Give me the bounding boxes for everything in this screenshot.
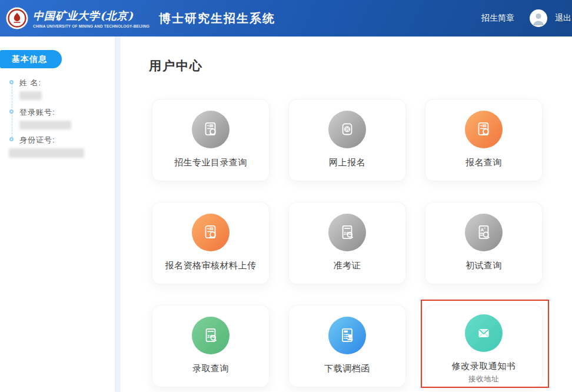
bullet-icon [9,80,14,84]
system-title: 博士研究生招生系统 [159,11,275,26]
initial-exam-search-icon: A + [465,214,503,251]
header-nav: 招生简章 退出 [481,9,572,27]
basic-info-badge: 基本信息 [0,50,62,68]
mail-icon [465,314,503,352]
info-list: 姓 名: 登录账号: 身份证号: [0,78,115,158]
bullet-icon [9,137,14,141]
card-label: 报名资格审核材料上传 [165,260,257,271]
info-item-name: 姓 名: [0,78,115,100]
id-label: 身份证号: [19,135,115,144]
card-admission-ticket[interactable]: 100 准考证 [288,202,406,284]
page-title: 用户中心 [149,58,572,74]
card-catalog-search[interactable]: 招生专业目录查询 [152,99,270,181]
card-modify-notice-address[interactable]: 修改录取通知书 接收地址 [425,305,543,387]
account-value-redacted [19,121,71,129]
card-transfer-letter[interactable]: 下载调档函 [288,305,406,387]
admission-ticket-icon: 100 [328,214,366,251]
sidebar: 基本信息 姓 名: 登录账号: 身份证号: [0,36,115,392]
card-label: 下载调档函 [324,363,370,374]
university-name-en: CHINA UNIVERSITY OF MINING AND TECHNOLOG… [33,24,149,28]
admission-guide-link[interactable]: 招生简章 [481,13,514,24]
account-label: 登录账号: [19,108,115,117]
card-sublabel: 接收地址 [468,374,499,384]
signup-search-icon [465,111,503,148]
online-signup-icon [328,111,366,148]
user-avatar[interactable] [530,9,547,27]
function-card-grid: 招生专业目录查询 网上报名 [152,99,572,387]
card-signup-search[interactable]: 报名查询 [425,99,543,181]
main-content: 用户中心 招生专业目录查询 [121,36,572,392]
logout-link[interactable]: 退出 [555,13,572,24]
card-admission-result-search[interactable]: 100 录取查询 [152,305,270,387]
university-name-cn: 中国矿业大学(北京) [33,9,149,23]
bullet-icon [9,109,14,114]
svg-text:+: + [484,227,485,230]
card-label: 招生专业目录查询 [174,157,247,168]
admission-result-search-icon: 100 [192,317,230,354]
person-icon [530,9,547,27]
card-label: 网上报名 [329,157,365,168]
page-body: 基本信息 姓 名: 登录账号: 身份证号: 用户中心 [0,36,572,392]
info-item-account: 登录账号: [0,108,115,129]
card-label: 录取查询 [192,363,229,374]
catalog-search-icon [192,111,230,148]
card-online-signup[interactable]: 网上报名 [288,99,406,181]
university-logo [6,7,28,29]
transfer-letter-icon [328,317,366,354]
id-value-redacted [9,148,84,158]
card-label: 报名查询 [465,157,502,168]
name-label: 姓 名: [19,78,115,87]
info-item-id: 身份证号: [0,135,115,158]
card-initial-exam-search[interactable]: A + 初试查询 [425,202,543,284]
card-label: 修改录取通知书 [452,361,516,372]
materials-upload-icon [192,214,230,251]
university-logo-text: 中国矿业大学(北京) CHINA UNIVERSITY OF MINING AN… [33,9,149,28]
card-label: 初试查询 [465,260,502,271]
card-materials-upload[interactable]: 报名资格审核材料上传 [152,202,270,284]
top-header: 中国矿业大学(北京) CHINA UNIVERSITY OF MINING AN… [0,0,572,36]
name-value-redacted [19,91,42,100]
card-label: 准考证 [334,260,361,271]
